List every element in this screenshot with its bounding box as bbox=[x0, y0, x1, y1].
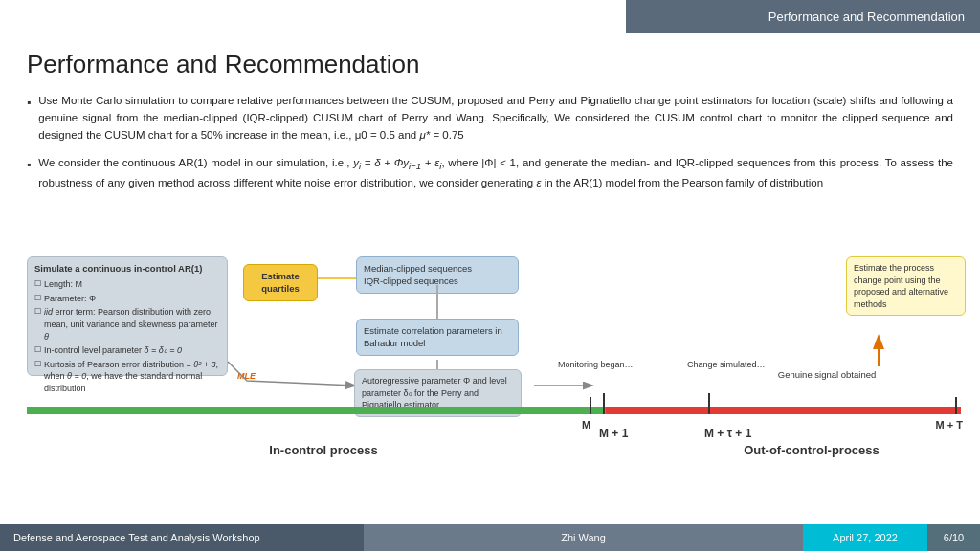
checkbox-icon-2: ☐ bbox=[34, 293, 41, 303]
left-item-4: In-control level parameter δ = δ₀ = 0 bbox=[44, 344, 182, 357]
header-bar: Performance and Recommendation bbox=[626, 0, 980, 33]
estimate-corr-box: Estimate correlation parameters in Bahad… bbox=[356, 319, 519, 356]
timeline-green bbox=[27, 407, 606, 414]
checkbox-icon-5: ☐ bbox=[34, 359, 41, 369]
in-control-label: In-control process bbox=[228, 443, 419, 457]
footer-right-text: April 27, 2022 bbox=[833, 532, 898, 543]
median-clipped-label: Median-clipped sequences bbox=[364, 262, 511, 275]
footer-left-text: Defense and Aerospace Test and Analysis … bbox=[13, 532, 260, 543]
footer-page-text: 6/10 bbox=[944, 532, 964, 543]
footer-right: April 27, 2022 bbox=[803, 524, 927, 551]
tick-m bbox=[590, 397, 591, 414]
left-item-2: Parameter: Φ bbox=[44, 293, 96, 305]
estimate-change-box: Estimate the process change point using … bbox=[846, 256, 966, 316]
estimate-change-label: Estimate the process change point using … bbox=[854, 263, 948, 309]
tick-mtau1 bbox=[708, 393, 710, 414]
estimate-quartiles-box: Estimate quartiles bbox=[243, 264, 318, 301]
timeline-mt: M + T bbox=[936, 419, 963, 430]
checkbox-icon-3: ☐ bbox=[34, 306, 41, 317]
bullet-2: ▪ We consider the continuous AR(1) model… bbox=[27, 155, 953, 191]
bullet-text-2: We consider the continuous AR(1) model i… bbox=[38, 155, 953, 191]
checkbox-icon-4: ☐ bbox=[34, 344, 41, 355]
footer-center: Zhi Wang bbox=[364, 524, 803, 551]
bullet-text-1: Use Monte Carlo simulation to compare re… bbox=[38, 93, 953, 143]
timeline-red bbox=[606, 407, 961, 414]
bullet-icon-2: ▪ bbox=[27, 158, 31, 171]
timeline-m1: M + 1 bbox=[599, 427, 628, 440]
left-flow-box: Simulate a continuous in-control AR(1) ☐… bbox=[27, 256, 228, 376]
tick-m1 bbox=[603, 393, 605, 414]
footer-bar: Defense and Aerospace Test and Analysis … bbox=[0, 524, 980, 551]
header-title: Performance and Recommendation bbox=[768, 10, 965, 24]
arrow-down-1 bbox=[436, 285, 438, 319]
timeline-bar bbox=[27, 407, 961, 414]
bullet-icon-1: ▪ bbox=[27, 96, 31, 109]
genuine-signal-label: Genuine signal obtained bbox=[769, 369, 884, 380]
footer-center-text: Zhi Wang bbox=[561, 532, 606, 543]
checkbox-icon-1: ☐ bbox=[34, 278, 41, 289]
left-box-title: Simulate a continuous in-control AR(1) bbox=[34, 262, 220, 275]
footer-left: Defense and Aerospace Test and Analysis … bbox=[0, 524, 364, 551]
page-title: Performance and Recommendation bbox=[27, 50, 953, 79]
footer-page: 6/10 bbox=[927, 524, 980, 551]
left-item-3: iid error term: Pearson distribution wit… bbox=[44, 306, 220, 342]
monitoring-began-label: Monitoring began… bbox=[558, 360, 654, 369]
bullet-1: ▪ Use Monte Carlo simulation to compare … bbox=[27, 93, 953, 143]
arrow-right-1 bbox=[318, 277, 356, 279]
estimate-corr-label: Estimate correlation parameters in Bahad… bbox=[364, 325, 502, 348]
tick-mt bbox=[955, 397, 957, 414]
left-item-5: Kurtosis of Pearson error distribution =… bbox=[44, 359, 220, 395]
mle-label: MLE bbox=[237, 371, 256, 381]
diagram-area: Simulate a continuous in-control AR(1) ☐… bbox=[17, 256, 970, 467]
autoregressive-label: Autoregressive parameter Φ and level par… bbox=[362, 376, 507, 409]
left-item-1: Length: M bbox=[44, 278, 82, 291]
timeline-mtau1: M + τ + 1 bbox=[704, 427, 751, 440]
change-simulated-label: Change simulated… bbox=[687, 360, 792, 369]
main-content: Performance and Recommendation ▪ Use Mon… bbox=[0, 33, 980, 203]
timeline-m: M bbox=[582, 419, 590, 430]
out-control-label: Out-of-control-process bbox=[706, 443, 917, 457]
estimate-quartiles-label: Estimate quartiles bbox=[261, 271, 300, 294]
